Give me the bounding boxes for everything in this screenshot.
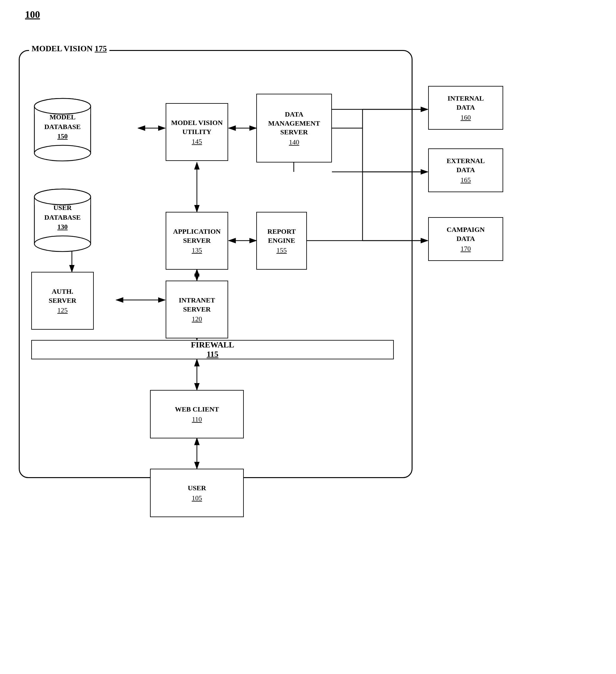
external-data: EXTERNALDATA 165: [428, 148, 503, 192]
user-box: USER 105: [150, 469, 244, 517]
svg-point-33: [34, 189, 91, 205]
auth-server: AUTH.SERVER 125: [31, 272, 94, 330]
application-server: APPLICATIONSERVER 135: [166, 212, 228, 270]
user-database-label: USER DATABASE 130: [31, 203, 94, 231]
firewall: FIREWALL 115: [31, 340, 394, 359]
svg-point-31: [34, 236, 91, 251]
internal-data: INTERNALDATA 160: [428, 86, 503, 130]
campaign-data: CAMPAIGNDATA 170: [428, 217, 503, 261]
svg-point-28: [34, 98, 91, 114]
intranet-server: INTRANETSERVER 120: [166, 280, 228, 338]
user-database: USER DATABASE 130: [31, 184, 94, 256]
model-database-label: MODEL DATABASE 150: [31, 112, 94, 141]
web-client: WEB CLIENT 110: [150, 390, 244, 438]
report-engine: REPORTENGINE 155: [256, 212, 307, 270]
data-management-server: DATAMANAGEMENTSERVER 140: [256, 94, 332, 162]
svg-point-26: [34, 145, 91, 161]
model-vision-utility: MODEL VISIONUTILITY 145: [166, 103, 228, 161]
model-database: MODEL DATABASE 150: [31, 94, 94, 165]
